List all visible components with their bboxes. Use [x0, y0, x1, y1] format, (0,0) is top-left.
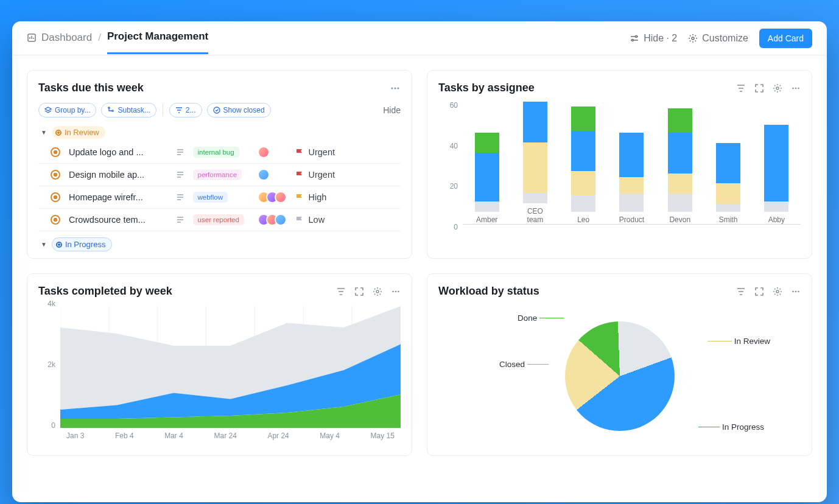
- expand-icon[interactable]: [754, 83, 764, 93]
- task-row[interactable]: Crowdsource tem... user reported Low: [38, 209, 401, 231]
- description-icon[interactable]: [176, 215, 189, 224]
- description-icon[interactable]: [176, 148, 189, 156]
- pill-group-by-label: Group by...: [55, 106, 90, 114]
- pill-show-closed[interactable]: Show closed: [207, 103, 271, 117]
- ytick-label: 4k: [47, 299, 55, 308]
- expand-icon[interactable]: [354, 287, 364, 296]
- description-icon[interactable]: [176, 170, 189, 179]
- bar-segment: [716, 204, 740, 212]
- task-row[interactable]: Homepage wirefr... webflow High: [38, 186, 401, 209]
- hide-link[interactable]: Hide: [383, 105, 401, 115]
- more-icon[interactable]: [791, 287, 801, 296]
- svg-point-2: [632, 39, 634, 41]
- bar-chart: 0204060 AmberCEO teamLeoProductDevonSmit…: [438, 103, 801, 255]
- svg-point-13: [798, 87, 799, 89]
- task-priority[interactable]: Urgent: [295, 170, 399, 180]
- task-status-icon: [51, 170, 60, 180]
- svg-point-11: [792, 87, 794, 89]
- pill-filter[interactable]: 2...: [169, 103, 202, 117]
- filter-icon[interactable]: [736, 83, 746, 93]
- bar-column[interactable]: Abby: [764, 125, 788, 224]
- group-in-review[interactable]: ▼ In Review: [38, 124, 401, 141]
- avatar: [275, 191, 287, 203]
- bar-segment: [668, 194, 692, 212]
- task-priority[interactable]: High: [295, 192, 399, 202]
- bar-column[interactable]: CEO team: [523, 102, 547, 224]
- hide-action[interactable]: Hide · 2: [630, 33, 677, 44]
- task-row[interactable]: Design mobile ap... performance Urgent: [38, 164, 401, 186]
- filter-icon[interactable]: [736, 287, 746, 296]
- task-status-icon: [51, 147, 60, 157]
- area-chart: 02k4k Jan 3Feb 4Mar 4Mar 24Apr 24May 4Ma…: [38, 306, 401, 446]
- card-tasks-due: Tasks due this week Group by... Subtask.…: [27, 70, 412, 259]
- task-priority[interactable]: Low: [295, 215, 399, 225]
- task-tag[interactable]: internal bug: [193, 147, 239, 158]
- task-list: Update logo and ... internal bug Urgent …: [38, 141, 401, 231]
- badge-in-progress: In Progress: [52, 237, 112, 251]
- task-row[interactable]: Update logo and ... internal bug Urgent: [38, 141, 401, 164]
- group-in-progress[interactable]: ▼ In Progress: [38, 235, 401, 254]
- add-card-button[interactable]: Add Card: [759, 29, 812, 48]
- xtick-label: Mar 4: [164, 432, 183, 440]
- xtick-label: Apr 24: [267, 432, 289, 440]
- task-priority[interactable]: Urgent: [295, 147, 399, 157]
- avatar: [258, 169, 270, 181]
- expand-icon[interactable]: [754, 287, 764, 296]
- more-icon[interactable]: [390, 83, 401, 94]
- svg-point-10: [776, 87, 779, 89]
- chevron-down-icon[interactable]: ▼: [41, 129, 47, 136]
- task-avatars[interactable]: [258, 169, 292, 181]
- xtick-label: Mar 24: [214, 432, 236, 440]
- gear-icon: [688, 33, 698, 43]
- bar-segment: [716, 183, 740, 203]
- ytick-label: 60: [450, 101, 458, 110]
- gear-icon[interactable]: [773, 287, 782, 296]
- breadcrumb-separator: /: [98, 32, 101, 54]
- bar-column[interactable]: Smith: [716, 143, 740, 224]
- task-avatars[interactable]: [258, 146, 292, 158]
- gear-icon[interactable]: [373, 287, 382, 296]
- task-avatars[interactable]: [258, 214, 292, 226]
- chevron-down-icon[interactable]: ▼: [41, 241, 47, 248]
- topbar: Dashboard / Project Management Hide · 2 …: [12, 21, 827, 55]
- pill-subtasks[interactable]: Subtask...: [101, 103, 156, 117]
- dashboard-icon: [27, 33, 37, 43]
- priority-label: High: [309, 192, 327, 202]
- hide-action-label: Hide · 2: [644, 33, 677, 44]
- ytick-label: 0: [454, 223, 458, 231]
- badge-in-review: In Review: [52, 126, 105, 139]
- breadcrumb-active[interactable]: Project Management: [107, 30, 208, 54]
- bar-column[interactable]: Product: [619, 133, 644, 224]
- pill-subtasks-label: Subtask...: [118, 106, 150, 114]
- bar-segment: [619, 133, 644, 177]
- task-name: Homepage wirefr...: [69, 192, 172, 202]
- filter-icon[interactable]: [336, 287, 346, 296]
- pie-chart-pie: [565, 321, 675, 431]
- area-chart-xaxis: Jan 3Feb 4Mar 4Mar 24Apr 24May 4May 15: [60, 428, 401, 440]
- area-chart-plot: [60, 306, 401, 428]
- bar-column[interactable]: Amber: [475, 133, 499, 224]
- task-avatars[interactable]: [258, 191, 292, 203]
- description-icon[interactable]: [176, 193, 189, 201]
- gear-icon[interactable]: [773, 83, 782, 93]
- pill-group-by[interactable]: Group by...: [38, 103, 96, 117]
- bar-segment: [764, 125, 788, 202]
- svg-point-26: [776, 290, 779, 293]
- task-name: Update logo and ...: [69, 147, 172, 157]
- badge-in-progress-label: In Progress: [65, 240, 105, 249]
- bar-segment: [716, 143, 740, 184]
- bar-column[interactable]: Leo: [571, 107, 595, 224]
- more-icon[interactable]: [391, 287, 401, 296]
- pie-label-in-review: In Review: [707, 337, 770, 346]
- breadcrumb-dashboard[interactable]: Dashboard: [27, 32, 92, 54]
- task-tag[interactable]: performance: [193, 169, 242, 180]
- task-tag[interactable]: user reported: [193, 214, 244, 225]
- bar-column[interactable]: Devon: [668, 108, 692, 224]
- svg-point-6: [398, 87, 399, 89]
- task-tag[interactable]: webflow: [193, 192, 228, 203]
- customize-action[interactable]: Customize: [688, 33, 748, 44]
- more-icon[interactable]: [791, 83, 801, 93]
- bar-segment: [571, 171, 595, 195]
- bar-label: Abby: [768, 215, 785, 224]
- svg-point-3: [692, 37, 694, 40]
